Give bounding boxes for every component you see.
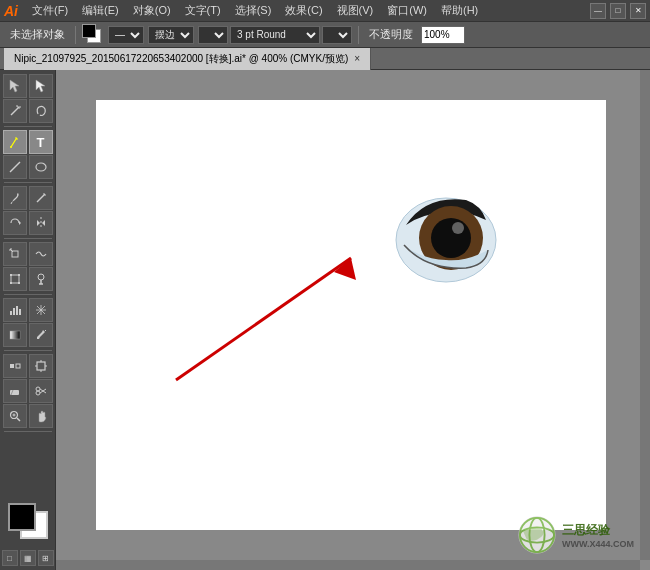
- menu-view[interactable]: 视图(V): [331, 1, 380, 20]
- column-graph-tool[interactable]: [3, 298, 27, 322]
- options-separator-2: [358, 26, 359, 44]
- menu-text[interactable]: 文字(T): [179, 1, 227, 20]
- blend-tool[interactable]: [3, 354, 27, 378]
- svg-point-55: [452, 222, 464, 234]
- direct-select-tool[interactable]: [29, 74, 53, 98]
- pen-tool[interactable]: [3, 130, 27, 154]
- pencil-tool[interactable]: [29, 186, 53, 210]
- browser-mode-btn[interactable]: ⊞: [38, 550, 54, 566]
- line-tool[interactable]: [3, 155, 27, 179]
- free-transform-tool[interactable]: [3, 267, 27, 291]
- tool-group-extra: □ ▦ ⊞: [2, 550, 54, 566]
- svg-line-8: [10, 162, 20, 172]
- symbol-sprayer-tool[interactable]: [29, 267, 53, 291]
- close-icon[interactable]: ✕: [630, 3, 646, 19]
- vertical-scrollbar[interactable]: [640, 70, 650, 560]
- paintbrush-tool[interactable]: [3, 186, 27, 210]
- tool-group-nav: [3, 404, 53, 428]
- tool-group-blend: [3, 354, 53, 378]
- watermark-url: WWW.X444.COM: [562, 539, 634, 549]
- svg-rect-23: [18, 274, 20, 276]
- svg-rect-22: [10, 274, 12, 276]
- svg-rect-29: [10, 311, 12, 315]
- main-layout: T: [0, 70, 650, 570]
- opacity-input[interactable]: [421, 26, 465, 44]
- options-separator-1: [75, 26, 76, 44]
- tool-group-misc: [3, 267, 53, 291]
- ellipse-tool[interactable]: [29, 155, 53, 179]
- tool-group-paint: [3, 186, 53, 210]
- svg-rect-37: [37, 362, 45, 370]
- eraser-tool[interactable]: [3, 379, 27, 403]
- svg-rect-33: [10, 331, 20, 339]
- scissors-tool[interactable]: [29, 379, 53, 403]
- document-tab[interactable]: Nipic_21097925_20150617220653402000 [转换]…: [4, 48, 371, 70]
- arrow-end-select[interactable]: [322, 26, 352, 44]
- stroke-type-select[interactable]: —: [108, 26, 144, 44]
- mesh-tool[interactable]: [29, 298, 53, 322]
- tool-group-shape: [3, 155, 53, 179]
- menu-object[interactable]: 对象(O): [127, 1, 177, 20]
- svg-rect-35: [10, 364, 14, 368]
- svg-rect-36: [16, 364, 20, 368]
- miter-select[interactable]: 摆边: [148, 26, 194, 44]
- warp-tool[interactable]: [29, 242, 53, 266]
- lasso-tool[interactable]: [29, 99, 53, 123]
- type-tool[interactable]: T: [29, 130, 53, 154]
- horizontal-scrollbar[interactable]: [56, 560, 640, 570]
- magic-wand-tool[interactable]: [3, 99, 27, 123]
- rotate-tool[interactable]: [3, 211, 27, 235]
- svg-rect-30: [13, 308, 15, 315]
- menu-edit[interactable]: 编辑(E): [76, 1, 125, 20]
- scale-tool[interactable]: [3, 242, 27, 266]
- svg-rect-21: [11, 275, 19, 283]
- toolbar: T: [0, 70, 56, 570]
- maximize-icon[interactable]: □: [610, 3, 626, 19]
- select-tool[interactable]: [3, 74, 27, 98]
- options-bar: 未选择对象 — 摆边 3 pt Round 不透明度: [0, 22, 650, 48]
- eyedropper-tool[interactable]: [29, 323, 53, 347]
- svg-point-7: [10, 146, 12, 148]
- svg-line-49: [17, 418, 20, 421]
- screen-mode-btn[interactable]: □: [2, 550, 18, 566]
- minimize-icon[interactable]: —: [590, 3, 606, 19]
- color-swatches[interactable]: [2, 497, 54, 549]
- menu-select[interactable]: 选择(S): [229, 1, 278, 20]
- watermark: 三思经验 WWW.X444.COM: [518, 516, 634, 554]
- full-screen-btn[interactable]: ▦: [20, 550, 36, 566]
- canvas-area[interactable]: 三思经验 WWW.X444.COM: [56, 70, 650, 570]
- tool-sep-1: [4, 126, 52, 127]
- watermark-text: 三思经验 WWW.X444.COM: [562, 522, 634, 549]
- tool-group-graph: [3, 298, 53, 322]
- svg-point-26: [38, 274, 44, 280]
- foreground-color-swatch[interactable]: [8, 503, 36, 531]
- svg-line-56: [176, 258, 351, 380]
- tab-close-button[interactable]: ×: [354, 53, 360, 64]
- artboard-tool[interactable]: [29, 354, 53, 378]
- menu-window[interactable]: 窗口(W): [381, 1, 433, 20]
- reflect-tool[interactable]: [29, 211, 53, 235]
- tool-sep-4: [4, 294, 52, 295]
- svg-marker-15: [37, 220, 40, 226]
- tab-title: Nipic_21097925_20150617220653402000 [转换]…: [14, 52, 348, 66]
- menu-help[interactable]: 帮助(H): [435, 1, 484, 20]
- svg-line-10: [11, 202, 12, 204]
- svg-rect-25: [18, 282, 20, 284]
- tool-sep-2: [4, 182, 52, 183]
- stroke-arrows: 3 pt Round: [198, 26, 352, 44]
- stroke-color-swatch[interactable]: [82, 24, 104, 46]
- gradient-tool[interactable]: [3, 323, 27, 347]
- svg-point-45: [36, 391, 40, 395]
- arrow-svg: [156, 230, 406, 390]
- svg-marker-0: [10, 80, 19, 92]
- hand-tool[interactable]: [29, 404, 53, 428]
- zoom-tool[interactable]: [3, 404, 27, 428]
- menu-effect[interactable]: 效果(C): [279, 1, 328, 20]
- tool-group-rotate: [3, 211, 53, 235]
- menu-file[interactable]: 文件(F): [26, 1, 74, 20]
- arrow-start-select[interactable]: [198, 26, 228, 44]
- tool-group-transform: [3, 99, 53, 123]
- svg-point-44: [36, 387, 40, 391]
- stroke-size-select[interactable]: 3 pt Round: [230, 26, 320, 44]
- svg-rect-32: [19, 309, 21, 315]
